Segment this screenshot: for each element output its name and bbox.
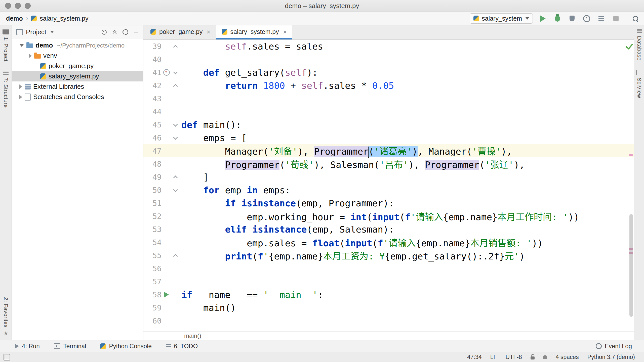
favorites-stripe-button[interactable]: 2: Favorites xyxy=(3,297,9,337)
locate-file-button[interactable] xyxy=(100,28,108,36)
error-stripe[interactable] xyxy=(626,40,634,331)
tree-item-venv[interactable]: venv xyxy=(12,51,143,61)
code-line[interactable]: 44 xyxy=(143,105,634,118)
run-config-selector[interactable]: salary_system xyxy=(470,13,533,24)
fold-down-icon[interactable] xyxy=(173,122,178,127)
line-number: 52 xyxy=(143,212,162,221)
sciview-stripe-button[interactable]: SciView xyxy=(636,70,642,98)
toolwindow-button-todo[interactable]: 6: TODO xyxy=(166,343,198,350)
editor[interactable]: 39 self.sales = sales4041 def get_salary… xyxy=(143,40,634,331)
override-gutter-icon[interactable] xyxy=(163,69,170,76)
debug-button[interactable] xyxy=(553,14,562,23)
panel-settings-button[interactable] xyxy=(122,28,129,36)
toolwindow-button-run[interactable]: 4: Run xyxy=(15,343,40,350)
interpreter-info[interactable]: Python 3.7 (demo) xyxy=(587,354,635,360)
code-line[interactable]: 48 Programmer('荀彧'), Salesman('吕布'), Pro… xyxy=(143,157,634,170)
code-line[interactable]: 45def main(): xyxy=(143,118,634,131)
sciview-icon xyxy=(636,70,642,75)
code-line[interactable]: 42 return 1800 + self.sales * 0.05 xyxy=(143,79,634,92)
stop-button[interactable] xyxy=(611,14,620,23)
chevron-right-icon[interactable] xyxy=(29,54,32,58)
code-line[interactable]: 57 xyxy=(143,275,634,288)
fold-down-icon[interactable] xyxy=(173,70,178,75)
chevron-right-icon[interactable] xyxy=(19,84,22,89)
left-stripe-bottom: 2: Favorites xyxy=(0,294,12,340)
file-encoding[interactable]: UTF-8 xyxy=(506,354,522,360)
chevron-right-icon xyxy=(26,15,28,22)
code-line[interactable]: 58if __name__ == '__main__': xyxy=(143,288,634,301)
lock-icon[interactable] xyxy=(531,356,535,359)
tree-item-demo[interactable]: demo ~/PycharmProjects/demo xyxy=(12,40,143,51)
stripe-mark[interactable] xyxy=(629,154,633,156)
code-line[interactable]: 60 xyxy=(143,314,634,327)
line-number: 43 xyxy=(143,94,162,103)
chevron-down-icon[interactable] xyxy=(50,31,54,33)
bug-icon xyxy=(555,16,560,22)
code-line[interactable]: 43 xyxy=(143,92,634,105)
breadcrumb-project[interactable]: demo xyxy=(6,15,23,22)
database-stripe-button[interactable]: Database xyxy=(636,29,642,61)
vertical-scrollbar[interactable] xyxy=(629,214,633,317)
chevron-right-icon[interactable] xyxy=(19,95,22,99)
close-window-button[interactable] xyxy=(5,3,11,9)
collapse-all-button[interactable] xyxy=(111,28,118,36)
highlighting-level-icon[interactable] xyxy=(543,355,547,359)
code-line[interactable]: 50 for emp in emps: xyxy=(143,184,634,197)
fold-up-icon[interactable] xyxy=(173,83,178,88)
code-line[interactable]: 49 ] xyxy=(143,170,634,184)
code-line[interactable]: 51 if isinstance(emp, Programmer): xyxy=(143,197,634,210)
python-console-icon xyxy=(100,343,106,349)
profiler-button[interactable] xyxy=(582,14,591,23)
fold-down-icon[interactable] xyxy=(173,188,178,192)
code-line[interactable]: 47 Manager('刘备'), Programmer('诸葛亮'), Man… xyxy=(143,144,634,157)
breadcrumb-function[interactable]: main() xyxy=(184,332,201,339)
toolwindow-button-terminal[interactable]: Terminal xyxy=(54,343,86,350)
run-button[interactable] xyxy=(538,14,547,23)
chevron-down-icon[interactable] xyxy=(19,44,24,47)
tree-item-salary-system[interactable]: salary_system.py xyxy=(12,71,143,81)
line-separator[interactable]: LF xyxy=(490,354,497,360)
code-line[interactable]: 59 main() xyxy=(143,301,634,314)
fold-down-icon[interactable] xyxy=(173,135,178,140)
code-line[interactable]: 53 elif isinstance(emp, Salesman): xyxy=(143,223,634,236)
caret-position[interactable]: 47:34 xyxy=(467,354,482,360)
code-line[interactable]: 46 emps = [ xyxy=(143,131,634,144)
tree-item-scratches[interactable]: Scratches and Consoles xyxy=(12,92,143,102)
toolwindow-button-event-log[interactable]: Event Log xyxy=(596,343,632,350)
code-line[interactable]: 41 def get_salary(self): xyxy=(143,66,634,79)
close-icon[interactable] xyxy=(207,29,210,35)
coverage-button[interactable] xyxy=(568,14,577,23)
project-stripe-button[interactable]: 1: Project xyxy=(3,29,9,62)
code-line[interactable]: 40 xyxy=(143,53,634,66)
code-line[interactable]: 56 xyxy=(143,262,634,275)
code-line[interactable]: 52 emp.working_hour = int(input(f'请输入{em… xyxy=(143,210,634,223)
zoom-window-button[interactable] xyxy=(25,3,31,9)
fold-up-icon[interactable] xyxy=(173,175,178,179)
close-icon[interactable] xyxy=(283,29,287,35)
editor-zone: poker_game.py salary_system.py 39 self.s… xyxy=(143,25,634,340)
line-number: 45 xyxy=(143,120,162,129)
tree-item-external-libraries[interactable]: External Libraries xyxy=(12,81,143,92)
hide-panel-button[interactable] xyxy=(132,28,140,36)
fold-up-icon[interactable] xyxy=(173,253,178,258)
tab-poker-game[interactable]: poker_game.py xyxy=(145,25,216,39)
tab-salary-system[interactable]: salary_system.py xyxy=(216,25,292,39)
chevron-down-icon xyxy=(526,17,529,20)
indent-info[interactable]: 4 spaces xyxy=(556,354,579,360)
concurrency-diagram-button[interactable] xyxy=(597,14,606,23)
toolwindow-switcher-icon[interactable] xyxy=(4,354,10,360)
fold-up-icon[interactable] xyxy=(173,44,178,49)
line-number: 50 xyxy=(143,186,162,195)
run-toolwindow-icon xyxy=(15,344,19,348)
minimize-window-button[interactable] xyxy=(15,3,21,9)
code-line[interactable]: 54 emp.sales = float(input(f'请输入{emp.nam… xyxy=(143,236,634,249)
run-gutter-icon[interactable] xyxy=(164,292,169,297)
breadcrumb-file[interactable]: salary_system.py xyxy=(40,15,88,22)
line-number: 44 xyxy=(143,107,162,116)
code-line[interactable]: 39 self.sales = sales xyxy=(143,40,634,53)
structure-stripe-button[interactable]: 7: Structure xyxy=(3,71,9,108)
code-line[interactable]: 55 print(f'{emp.name}本月工资为: ¥{emp.get_sa… xyxy=(143,249,634,262)
tree-item-poker-game[interactable]: poker_game.py xyxy=(12,61,143,71)
toolwindow-button-python-console[interactable]: Python Console xyxy=(100,343,151,350)
search-everywhere-button[interactable] xyxy=(631,14,640,23)
